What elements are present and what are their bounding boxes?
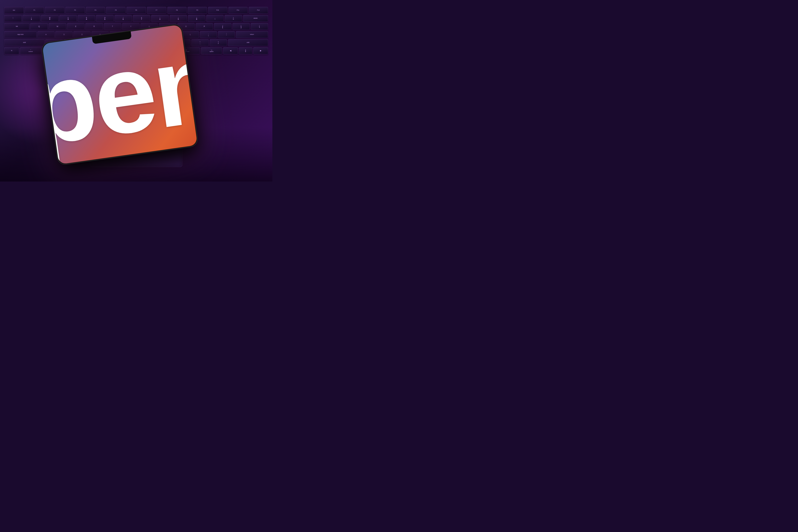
key-arrow-right: ▶ [253, 47, 268, 55]
key-9: (9 [170, 15, 187, 22]
key-return: return [236, 31, 268, 38]
key-l: L [182, 31, 199, 38]
key-minus: _- [206, 15, 224, 22]
key-period: >. [191, 39, 209, 46]
key-f7: F7 [147, 7, 166, 14]
key-row-top: esc F1 F2 F3 F4 F5 F6 F7 F8 F9 F10 F11 F… [4, 7, 268, 14]
key-0: )0 [188, 15, 205, 22]
key-backtick: ~` [4, 15, 22, 22]
key-f1: F1 [25, 7, 44, 14]
key-quote: "' [218, 31, 235, 38]
phone-screen-content: OpenAI [42, 24, 198, 165]
key-f8: F8 [167, 7, 187, 14]
key-shift-right: shift [228, 39, 268, 46]
key-equals: += [225, 15, 242, 22]
scene: esc F1 F2 F3 F4 F5 F6 F7 F8 F9 F10 F11 F… [0, 0, 272, 182]
key-p: P [195, 23, 213, 30]
openai-brand-text: OpenAI [42, 24, 198, 165]
key-slash: ?/ [210, 39, 227, 46]
key-7: &7 [133, 15, 150, 22]
key-bracket-right: }] [232, 23, 250, 30]
key-control: ⌃control [20, 47, 41, 55]
key-w: W [49, 23, 66, 30]
key-e: E [67, 23, 84, 30]
key-f4: F4 [86, 7, 105, 14]
key-q: Q [30, 23, 48, 30]
key-3: #3 [59, 15, 77, 22]
phone-body: OpenAI [41, 23, 198, 165]
key-f9: F9 [188, 7, 207, 14]
phone-screen: OpenAI [42, 24, 198, 165]
phone: OpenAI [41, 23, 198, 165]
key-t: T [104, 23, 121, 30]
key-f5: F5 [106, 7, 126, 14]
key-2: @2 [41, 15, 58, 22]
key-f3: F3 [65, 7, 85, 14]
key-backslash: |\ [251, 23, 268, 30]
key-a: A [37, 31, 55, 38]
key-fn: fn [4, 47, 19, 55]
key-tab: tab [4, 23, 30, 30]
key-1: !1 [22, 15, 40, 22]
key-semicolon: :; [200, 31, 217, 38]
key-5: %5 [96, 15, 113, 22]
key-bracket-left: {[ [214, 23, 231, 30]
key-y: Y [122, 23, 139, 30]
key-delete: delete [243, 15, 268, 22]
key-f2: F2 [45, 7, 64, 14]
key-r: R [86, 23, 103, 30]
key-arrow-left: ◀ [223, 47, 238, 55]
key-arrow-updown: ▲ ▼ [239, 47, 252, 55]
key-row-qwerty: tab Q W E R T Y U I O P {[ }] |\ [4, 23, 268, 30]
key-row-numbers: ~` !1 @2 #3 $4 %5 ^6 &7 *8 (9 )0 _- += d… [4, 15, 268, 22]
key-f11: F11 [228, 7, 248, 14]
key-f12: F12 [249, 7, 268, 14]
key-f6: F6 [127, 7, 146, 14]
key-caps: caps lock [4, 31, 37, 38]
key-option-right: ⌥option [201, 47, 222, 55]
key-shift-left: shift [4, 39, 44, 46]
key-6: ^6 [114, 15, 132, 22]
key-s: S [55, 31, 73, 38]
key-8: *8 [151, 15, 169, 22]
key-4: $4 [78, 15, 95, 22]
key-f10: F10 [208, 7, 227, 14]
key-escape: esc [4, 7, 24, 14]
